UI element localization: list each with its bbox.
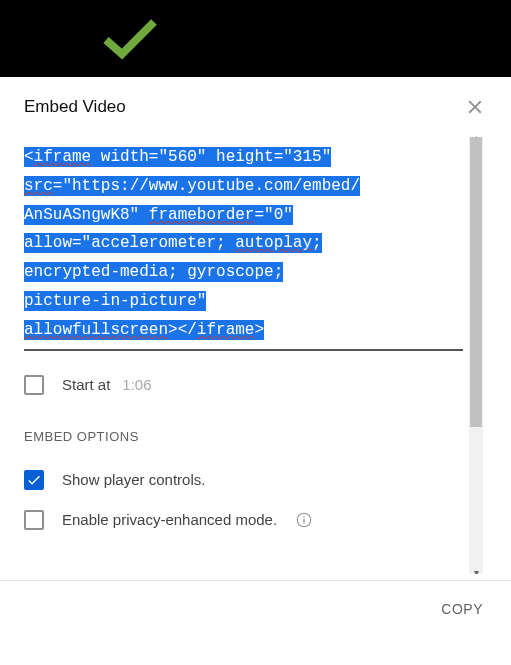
embed-video-dialog: Embed Video <iframe width="560" height="… (0, 77, 511, 637)
start-at-time[interactable]: 1:06 (122, 376, 151, 393)
dialog-content: <iframe width="560" height="315" src="ht… (0, 129, 511, 574)
checkmark-icon (100, 16, 160, 61)
svg-point-1 (303, 516, 305, 518)
privacy-mode-row: Enable privacy-enhanced mode. (24, 500, 463, 540)
top-bar (0, 0, 511, 77)
info-icon[interactable] (295, 511, 313, 529)
scroll-down-arrow[interactable]: ▾ (471, 568, 481, 574)
copy-button[interactable]: COPY (437, 595, 487, 623)
privacy-mode-checkbox[interactable] (24, 510, 44, 530)
embed-code-textarea[interactable]: <iframe width="560" height="315" src="ht… (24, 129, 463, 351)
player-controls-checkbox[interactable] (24, 470, 44, 490)
dialog-title: Embed Video (24, 97, 126, 117)
player-controls-label: Show player controls. (62, 471, 205, 488)
player-controls-row: Show player controls. (24, 460, 463, 500)
embed-options-heading: EMBED OPTIONS (24, 411, 463, 460)
start-at-row: Start at 1:06 (24, 355, 463, 411)
close-icon[interactable] (463, 95, 487, 119)
scrollbar-track[interactable]: ▴ ▾ (469, 137, 483, 574)
scrollbar-thumb[interactable] (470, 137, 482, 427)
dialog-footer: COPY (0, 580, 511, 637)
privacy-mode-label: Enable privacy-enhanced mode. (62, 511, 277, 528)
dialog-header: Embed Video (0, 77, 511, 129)
start-at-label: Start at (62, 376, 110, 393)
start-at-checkbox[interactable] (24, 375, 44, 395)
svg-rect-2 (304, 518, 305, 523)
